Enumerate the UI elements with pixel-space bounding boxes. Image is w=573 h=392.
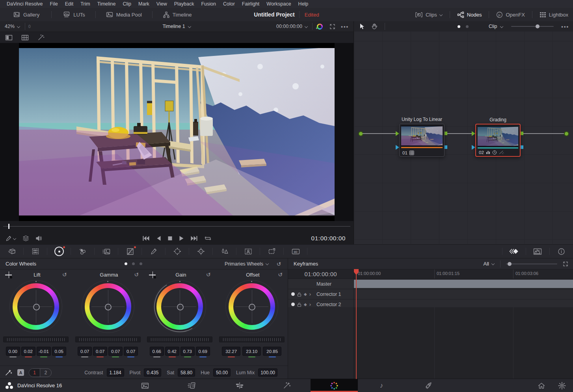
openfx-button[interactable]: fx OpenFX — [496, 11, 525, 18]
motion-effects-tool[interactable] — [95, 245, 118, 258]
page-tab-media[interactable] — [121, 379, 169, 392]
luts-button[interactable]: LUTs — [63, 11, 85, 18]
gain-b-value[interactable]: 0.69 — [196, 347, 210, 356]
color-boost-button[interactable]: + — [317, 24, 323, 30]
gamma-b-value[interactable]: 0.07 — [124, 347, 138, 356]
gain-wheel[interactable] — [153, 280, 206, 333]
viewer-timecode-field[interactable]: 00:00:00:00 — [276, 24, 308, 29]
slider-thumb[interactable] — [536, 24, 540, 28]
gamma-master-slider[interactable] — [75, 336, 141, 342]
page-dot-3[interactable] — [140, 262, 142, 265]
stereo-3d-tool[interactable]: 3D — [284, 245, 307, 258]
menu-mark[interactable]: Mark — [135, 0, 153, 8]
audio-mute-icon[interactable] — [35, 235, 43, 242]
keyframes-panel-toggle[interactable] — [502, 245, 526, 258]
tracker-tool[interactable] — [189, 245, 213, 258]
viewer-options-button[interactable]: ••• — [341, 24, 349, 30]
lift-crosshair-icon[interactable] — [5, 271, 12, 278]
auto-balance-badge[interactable]: A — [17, 369, 24, 376]
lock-icon[interactable] — [297, 302, 301, 307]
track-lane[interactable] — [354, 279, 573, 289]
color-wheels-tool[interactable] — [47, 245, 71, 258]
track-row-corrector-1[interactable]: ◆ › Corrector 1 — [288, 289, 573, 299]
pivot-value[interactable]: 0.435 — [144, 368, 161, 377]
step-back-icon[interactable] — [156, 236, 161, 241]
menu-fairlight[interactable]: Fairlight — [238, 0, 263, 8]
balance-indicator[interactable] — [177, 304, 184, 310]
track-row-master[interactable]: Master — [288, 279, 573, 289]
menu-workspace[interactable]: Workspace — [263, 0, 294, 8]
rgb-mixer-tool[interactable] — [71, 245, 95, 258]
adjust-page-1[interactable]: 1 — [29, 369, 40, 377]
lock-icon[interactable] — [297, 292, 301, 297]
lift-r-value[interactable]: 0.02 — [21, 347, 35, 356]
viewer-canvas[interactable] — [0, 43, 353, 221]
camera-raw-tool[interactable] — [0, 245, 24, 258]
key-input-port[interactable] — [396, 145, 399, 150]
page-tab-deliver[interactable] — [405, 379, 452, 392]
gamma-g-value[interactable]: 0.07 — [108, 347, 123, 356]
offset-r-value[interactable]: 32.27 — [222, 347, 240, 356]
menu-fusion[interactable]: Fusion — [197, 0, 220, 8]
gain-r-value[interactable]: 0.42 — [165, 347, 179, 356]
scrubber-playhead[interactable] — [8, 224, 9, 229]
clips-button[interactable]: Clips — [415, 12, 443, 18]
key-input-port[interactable] — [472, 145, 475, 150]
expand-panel-icon[interactable] — [563, 261, 568, 267]
timeline-button[interactable]: Timeline — [163, 11, 192, 18]
enhance-wand-icon[interactable] — [37, 34, 45, 41]
offset-wheel[interactable] — [225, 280, 278, 333]
reset-all-button[interactable]: ↺+ — [277, 261, 283, 267]
keyframes-playhead-line[interactable] — [356, 274, 357, 379]
play-icon[interactable] — [179, 236, 184, 241]
select-tool-icon[interactable] — [359, 23, 365, 30]
node-graph[interactable]: Unity Log To Linear 01 Grading — [354, 32, 573, 244]
expand-viewer-button[interactable] — [329, 24, 335, 30]
viewer-zoom-select[interactable]: 42% — [0, 24, 20, 29]
menu-edit[interactable]: Edit — [61, 0, 77, 8]
auto-wand-icon[interactable] — [5, 369, 13, 376]
keyframe-diamond-icon[interactable]: ◆ — [304, 292, 307, 296]
gain-reset-button[interactable]: ↺ — [206, 272, 211, 277]
node-02[interactable]: Grading 02 — [475, 124, 521, 157]
gain-g-value[interactable]: 0.73 — [180, 347, 195, 356]
hue-value[interactable]: 50.00 — [213, 368, 231, 377]
page-tab-fairlight[interactable]: ♪ — [358, 379, 405, 392]
curves-tool[interactable] — [118, 245, 142, 258]
gamma-y-value[interactable]: 0.07 — [78, 347, 92, 356]
gamma-r-value[interactable]: 0.07 — [93, 347, 107, 356]
page-tab-fusion[interactable] — [263, 379, 311, 392]
keyframes-filter-select[interactable]: All — [484, 261, 495, 267]
lift-b-value[interactable]: 0.05 — [52, 347, 66, 356]
lift-master-slider[interactable] — [3, 336, 69, 342]
output-endpoint[interactable] — [564, 131, 569, 136]
page-dot-2[interactable] — [132, 262, 135, 265]
layers-icon[interactable] — [22, 235, 29, 242]
gain-master-slider[interactable] — [147, 336, 212, 342]
timeline-select[interactable]: Timeline 1 — [162, 24, 191, 29]
rgb-input-port[interactable] — [472, 131, 475, 136]
node-wire[interactable] — [447, 133, 472, 134]
page-tab-edit[interactable] — [216, 379, 263, 392]
page-tab-color[interactable] — [311, 379, 358, 392]
grab-still-button[interactable] — [6, 235, 16, 242]
expand-track-icon[interactable]: › — [309, 302, 311, 307]
menu-help[interactable]: Help — [295, 0, 312, 8]
color-match-tool[interactable] — [24, 245, 47, 258]
key-tool[interactable] — [236, 245, 260, 258]
scrubber[interactable] — [0, 221, 353, 232]
keyframes-ruler[interactable]: 01:00:00:00 01:00:00:00 01:00:01:15 01:0… — [288, 269, 573, 279]
contrast-value[interactable]: 1.184 — [107, 368, 124, 377]
offset-reset-button[interactable]: ↺ — [278, 272, 283, 277]
home-icon[interactable] — [538, 382, 545, 389]
offset-g-value[interactable]: 23.10 — [242, 347, 261, 356]
skip-start-icon[interactable] — [142, 236, 149, 241]
node-01[interactable]: Unity Log To Linear 01 — [399, 124, 445, 157]
gamma-reset-button[interactable]: ↺ — [134, 272, 139, 277]
balance-indicator[interactable] — [105, 304, 112, 310]
gallery-button[interactable]: Gallery — [13, 11, 39, 18]
gain-crosshair-icon[interactable] — [149, 271, 156, 278]
balance-indicator[interactable] — [33, 304, 40, 310]
menu-view[interactable]: View — [153, 0, 171, 8]
unmix-toggle-icon[interactable] — [5, 35, 13, 41]
